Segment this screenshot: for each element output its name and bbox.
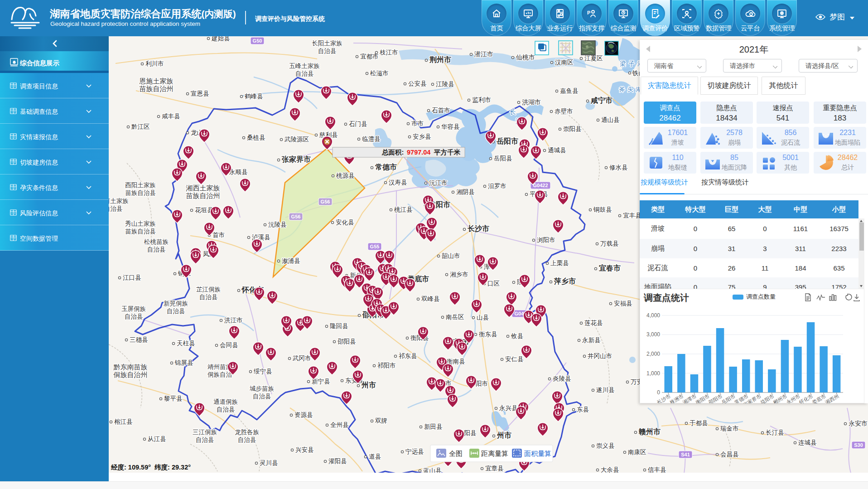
svg-text:汨罗市: 汨罗市 [488, 183, 506, 189]
svg-text:苗族自治州: 苗族自治州 [140, 85, 174, 92]
svg-text:赣州市: 赣州市 [638, 427, 661, 436]
svg-text:莲花县: 莲花县 [584, 320, 603, 326]
svg-text:湘西州: 湘西州 [824, 393, 840, 403]
svg-text:三穗县: 三穗县 [130, 336, 148, 343]
svg-text:井冈山市: 井冈山市 [588, 353, 612, 359]
svg-text:宜丰县: 宜丰县 [623, 212, 641, 219]
svg-text:新田县: 新田县 [424, 423, 443, 430]
svg-text:修水县: 修水县 [609, 164, 628, 171]
svg-text:洪湖市: 洪湖市 [522, 98, 541, 106]
svg-text:上栗县: 上栗县 [550, 260, 569, 266]
svg-text:距离量算: 距离量算 [481, 450, 508, 457]
svg-text:长阳土家族: 长阳土家族 [312, 40, 342, 47]
svg-text:自治县: 自治县 [167, 308, 185, 315]
svg-text:常德市: 常德市 [375, 163, 397, 171]
svg-text:G55: G55 [370, 244, 380, 249]
svg-text:全州县: 全州县 [330, 421, 349, 428]
svg-text:市市: 市市 [411, 120, 424, 127]
svg-text:江陵县: 江陵县 [436, 81, 454, 87]
svg-text:万载县: 万载县 [600, 240, 619, 247]
svg-text:苗族自治县: 苗族自治县 [125, 189, 156, 196]
svg-text:面积量算: 面积量算 [524, 450, 551, 457]
svg-text:苗族自治州: 苗族自治州 [186, 192, 220, 199]
svg-text:州市: 州市 [497, 431, 511, 439]
svg-text:宜春市: 宜春市 [599, 264, 621, 272]
svg-text:黔东南苗族: 黔东南苗族 [113, 363, 148, 371]
svg-text:崇阳县: 崇阳县 [563, 126, 582, 132]
svg-text:炎陵县: 炎陵县 [553, 375, 571, 382]
svg-text:1,000: 1,000 [646, 370, 660, 377]
svg-text:平方千米: 平方千米 [434, 149, 461, 156]
svg-text:通山县: 通山县 [601, 116, 620, 123]
svg-text:湘阴县: 湘阴县 [456, 189, 475, 195]
svg-text:湘乡市: 湘乡市 [450, 271, 468, 278]
svg-text:沅江市: 沅江市 [429, 179, 448, 186]
svg-text:石首市: 石首市 [432, 107, 450, 114]
svg-text:自治县: 自治县 [253, 393, 271, 400]
svg-text:枝江市: 枝江市 [380, 49, 398, 56]
svg-text:江夏区: 江夏区 [584, 55, 603, 62]
svg-text:松滋市: 松滋市 [370, 70, 389, 77]
svg-text:瑞金市: 瑞金市 [720, 425, 739, 432]
svg-text:酉阳土家族: 酉阳土家族 [125, 182, 156, 189]
svg-text:秀山土家族: 秀山土家族 [125, 220, 156, 227]
svg-text:首市: 首市 [212, 232, 225, 238]
svg-text:信丰县: 信丰县 [647, 466, 666, 473]
svg-text:南康区: 南康区 [628, 449, 646, 455]
svg-text:双牌: 双牌 [375, 417, 387, 424]
svg-text:韶山市: 韶山市 [441, 252, 460, 259]
svg-text:遂川县: 遂川县 [596, 387, 615, 393]
svg-text:永顺县: 永顺县 [229, 169, 248, 175]
svg-text:兴安县: 兴安县 [295, 446, 314, 453]
svg-text:连城县: 连城县 [798, 439, 817, 446]
svg-text:恩施土家族: 恩施土家族 [139, 77, 174, 85]
svg-text:安化县: 安化县 [336, 219, 354, 226]
svg-text:鹤峰县: 鹤峰县 [245, 93, 263, 100]
svg-text:自治县: 自治县 [295, 70, 314, 77]
svg-text:长沙市: 长沙市 [468, 224, 489, 232]
svg-text:赤壁市: 赤壁市 [555, 108, 573, 115]
svg-text:永新县: 永新县 [582, 337, 601, 344]
svg-text:P: P [587, 10, 590, 15]
svg-text:3,000: 3,000 [646, 331, 660, 338]
svg-text:沅陵县: 沅陵县 [268, 221, 287, 228]
svg-text:宜章县: 宜章县 [485, 465, 504, 472]
svg-text:汉寿县: 汉寿县 [389, 179, 407, 186]
svg-text:攸县: 攸县 [511, 333, 524, 339]
svg-text:自治县: 自治县 [147, 246, 166, 253]
svg-text:天柱县: 天柱县 [177, 340, 195, 347]
svg-text:城步苗族: 城步苗族 [249, 385, 274, 392]
svg-text:岳阳市: 岳阳市 [497, 137, 518, 145]
svg-text:衡东县: 衡东县 [479, 331, 497, 338]
svg-text:侗族自治州: 侗族自治州 [113, 371, 148, 378]
svg-text:东县: 东县 [577, 406, 589, 413]
svg-text:张家界市: 张家界市 [281, 155, 311, 163]
svg-text:会昌县: 会昌县 [720, 451, 739, 458]
svg-text:江口县: 江口县 [123, 274, 141, 281]
svg-text:自治县: 自治县 [199, 294, 218, 300]
svg-text:三江侗族: 三江侗族 [193, 429, 217, 436]
svg-text:桃江县: 桃江县 [394, 206, 413, 213]
svg-text:锦屏县: 锦屏县 [174, 359, 193, 366]
svg-text:宜都市: 宜都市 [360, 53, 379, 60]
svg-text:安乡县: 安乡县 [413, 133, 431, 140]
svg-text:武冈市: 武冈市 [292, 355, 311, 362]
svg-text:祁阳市: 祁阳市 [377, 362, 396, 369]
svg-text:利川市: 利川市 [145, 60, 164, 67]
svg-text:公安县: 公安县 [408, 80, 427, 87]
svg-text:崇义县: 崇义县 [596, 442, 615, 449]
svg-text:咸丰县: 咸丰县 [162, 113, 180, 120]
svg-text:湘西土家族: 湘西土家族 [186, 184, 220, 192]
svg-text:2,000: 2,000 [646, 351, 660, 357]
svg-text:监利市: 监利市 [472, 96, 491, 103]
svg-text:会同县: 会同县 [220, 342, 238, 349]
svg-text:大余县: 大余县 [601, 466, 619, 473]
svg-text:4,000: 4,000 [646, 312, 660, 319]
svg-text:自治县: 自治县 [125, 313, 143, 320]
svg-text:自治县: 自治县 [318, 48, 337, 54]
svg-text:武陵源区: 武陵源区 [284, 136, 309, 143]
svg-text:9797.04: 9797.04 [407, 149, 430, 156]
svg-text:绥宁县: 绥宁县 [254, 368, 272, 375]
svg-text:黎平县: 黎平县 [164, 395, 183, 402]
svg-text:长: 长 [510, 108, 516, 116]
